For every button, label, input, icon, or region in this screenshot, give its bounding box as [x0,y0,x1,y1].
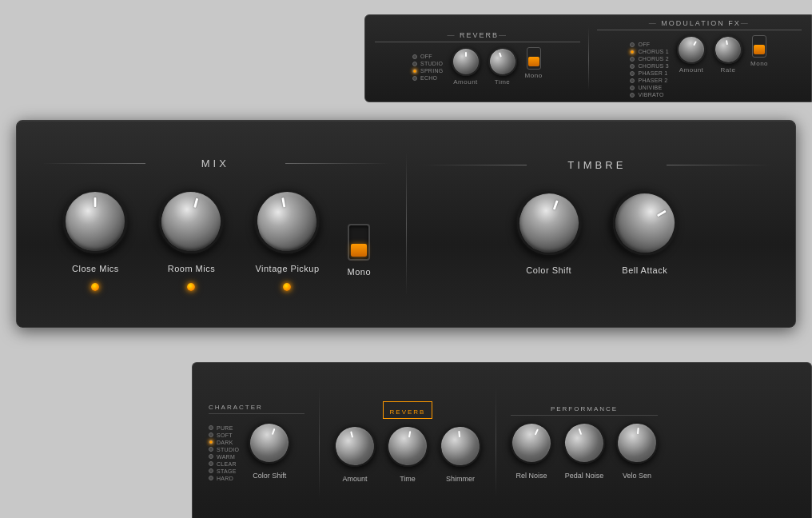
vintage-pickup-group: Vintage Pickup [251,185,323,291]
close-mics-indicator [91,283,99,291]
bell-attack-label: Bell Attack [622,265,667,275]
char-studio[interactable]: STUDIO [209,447,239,452]
bell-attack-knob[interactable] [601,179,688,266]
reverb-time-label: Time [495,78,510,86]
reverb-amount-group: Amount [452,47,480,86]
char-stage[interactable]: STAGE [209,468,239,474]
modulation-label: MODULATION FX [597,19,802,30]
modulation-section: MODULATION FX OFF CHORUS 1 CHORUS 2 CHOR… [597,19,802,98]
bottom-divider-1 [319,386,320,498]
room-mics-knob[interactable] [152,182,230,261]
reverb-time-knob[interactable] [484,43,520,80]
char-soft[interactable]: SOFT [209,432,239,438]
reverb-text-off: OFF [420,54,432,59]
char-colorshift-group: Color Shift [249,422,290,480]
mod-mono-label: Mono [750,60,768,67]
vintage-pickup-label: Vintage Pickup [255,264,319,273]
mod-option-phaser2[interactable]: PHASER 2 [630,78,669,83]
reverb-option-echo[interactable]: ECHO [412,75,444,81]
char-hard[interactable]: HARD [209,476,239,481]
mix-knobs-row: Close Mics Room Mics Vintage Pickup [59,185,371,291]
reverb-amount-knob[interactable] [452,47,480,76]
mono-spacer [355,283,363,291]
mod-dot-vibrato [630,93,635,98]
mod-dot-phaser1 [630,71,635,76]
rev-amount-label: Amount [342,475,367,483]
reverb-option-studio[interactable]: STUDIO [412,61,444,66]
vintage-pickup-indicator [283,283,291,291]
vintage-pickup-knob[interactable] [250,184,324,258]
color-shift-label: Color Shift [526,265,571,275]
mod-dot-chorus2 [630,57,635,62]
char-pure[interactable]: PURE [209,425,239,431]
room-mics-wrap [155,185,227,257]
mod-dot-phaser2 [630,78,635,83]
char-dot-stage [209,468,213,473]
bell-attack-wrap [609,187,681,259]
reverb-mono-inner [528,57,539,66]
velo-sen-label: Velo Sen [623,472,651,480]
reverb-text-spring: SPRING [420,68,444,74]
char-dot-clear [209,461,213,466]
rev-time-knob[interactable] [384,422,432,470]
char-dark[interactable]: DARK [209,440,239,445]
mod-rate-knob[interactable] [711,33,745,66]
mod-option-chorus2[interactable]: CHORUS 2 [630,56,669,62]
char-clear[interactable]: CLEAR [209,461,239,467]
mod-option-vibrato[interactable]: VIBRATO [630,92,669,98]
mod-amount-label: Amount [679,66,704,74]
char-dot-pure [209,425,213,430]
char-colorshift-knob[interactable] [243,416,297,469]
room-mics-group: Room Mics [155,185,227,291]
close-mics-knob[interactable] [63,189,127,253]
char-dot-studio [209,447,213,452]
char-dot-soft [209,432,213,437]
rev-amount-group: Amount [334,425,376,483]
mod-dot-chorus3 [630,64,635,69]
reverb-section: REVERB OFF STUDIO SPRING ECHO [375,31,580,86]
reverb-option-spring[interactable]: SPRING [412,68,444,74]
mod-mono-group: Mono [750,35,768,67]
mix-label: MIX [41,157,390,169]
mono-group: Mono [347,224,371,291]
rev-shimmer-knob[interactable] [438,424,483,468]
bottom-divider-2 [496,386,496,498]
pedal-noise-knob[interactable] [558,416,611,469]
reverb-option-off[interactable]: OFF [412,54,444,59]
color-shift-spacer [545,281,553,289]
color-shift-wrap [513,187,585,259]
rev-amount-knob[interactable] [329,420,380,472]
rel-noise-knob[interactable] [504,415,559,470]
reverb-box-label: REVERB [383,401,433,419]
mod-option-off[interactable]: OFF [630,42,669,47]
mod-dot-univibe [630,86,635,90]
reverb-text-studio: STUDIO [420,61,443,66]
reverb-mono-toggle[interactable] [527,47,541,70]
char-dot-dark [209,440,213,444]
bottom-panel: CHARACTER PURE SOFT DARK STUDIO [192,362,812,518]
rel-noise-group: Rel Noise [511,422,552,480]
timbre-label: TIMBRE [423,159,772,171]
pedal-noise-group: Pedal Noise [563,422,605,480]
mix-section: MIX Close Mics Room Mics [41,157,390,291]
reverb-dot-off [412,54,417,59]
mod-options: OFF CHORUS 1 CHORUS 2 CHORUS 3 PHASER 1 [630,35,669,98]
mono-toggle[interactable] [348,224,370,261]
reverb-mono-label: Mono [525,72,543,79]
color-shift-knob[interactable] [508,181,590,264]
mod-amount-knob[interactable] [671,30,710,69]
mod-option-phaser1[interactable]: PHASER 1 [630,70,669,76]
char-dot-warm [209,454,213,459]
mod-option-chorus1[interactable]: CHORUS 1 [630,49,669,54]
velo-sen-knob[interactable] [615,420,659,464]
vintage-pickup-wrap [251,185,323,257]
mod-option-chorus3[interactable]: CHORUS 3 [630,63,669,69]
mod-option-univibe[interactable]: UNIVIBE [630,85,669,90]
reverb-amount-label: Amount [453,78,478,86]
char-warm[interactable]: WARM [209,454,239,460]
performance-section: PERFORMANCE Rel Noise Pedal Noise Velo S… [511,405,658,480]
mod-mono-toggle[interactable] [752,35,766,58]
character-label: CHARACTER [209,404,263,411]
mod-rate-group: Rate [714,35,742,74]
char-colorshift-label: Color Shift [253,472,286,480]
